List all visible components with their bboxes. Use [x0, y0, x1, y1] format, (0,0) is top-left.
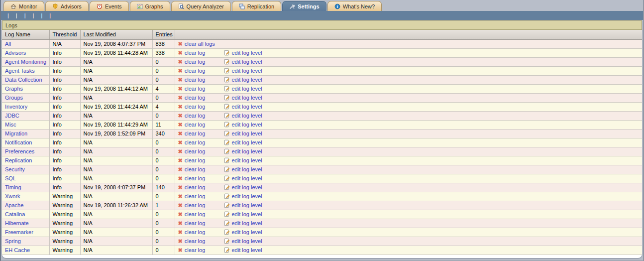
entries-count: 140 — [152, 183, 175, 192]
edit-page-icon — [224, 77, 230, 83]
edit-log-level-link[interactable]: edit log level — [224, 157, 262, 163]
magnifier-icon — [178, 3, 184, 9]
edit-log-level-link[interactable]: edit log level — [224, 86, 262, 92]
edit-log-level-link[interactable]: edit log level — [224, 113, 262, 119]
edit-log-level-link[interactable]: edit log level — [224, 175, 262, 181]
edit-log-level-link[interactable]: edit log level — [224, 166, 262, 172]
threshold-value: Info — [49, 174, 80, 183]
tab[interactable]: Monitor — [3, 1, 44, 11]
clear-log-link[interactable]: ✖ clear log — [178, 166, 216, 172]
threshold-value: Info — [49, 57, 80, 66]
tab[interactable]: Graphs — [130, 1, 170, 11]
log-name-link[interactable]: Security — [5, 166, 25, 172]
edit-log-level-link[interactable]: edit log level — [224, 95, 262, 101]
clear-log-link[interactable]: ✖ clear log — [178, 238, 216, 244]
log-name-link[interactable]: Agent Monitoring — [5, 59, 46, 65]
log-name-link[interactable]: Preferences — [5, 148, 34, 154]
log-name-link[interactable]: Apache — [5, 202, 23, 208]
clear-log-link[interactable]: ✖ clear log — [178, 229, 216, 235]
edit-log-level-link[interactable]: edit log level — [224, 104, 262, 110]
log-name-link[interactable]: Spring — [5, 238, 21, 244]
edit-log-level-link[interactable]: edit log level — [224, 50, 262, 56]
clear-log-link[interactable]: ✖ clear all logs — [178, 41, 216, 47]
clear-log-link[interactable]: ✖ clear log — [178, 77, 216, 83]
table-row: Freemarker Warning N/A 0 ✖ clear log — [2, 228, 642, 237]
clear-log-link[interactable]: ✖ clear log — [178, 104, 216, 110]
log-name-link[interactable]: Migration — [5, 130, 27, 136]
log-name-link[interactable]: EH Cache — [5, 247, 30, 253]
clear-log-link[interactable]: ✖ clear log — [178, 50, 216, 56]
threshold-value: Info — [49, 84, 80, 93]
last-modified-value: N/A — [80, 210, 152, 219]
log-name-link[interactable]: JDBC — [5, 113, 19, 119]
log-name-link[interactable]: Inventory — [5, 104, 27, 110]
edit-log-level-link[interactable]: edit log level — [224, 148, 262, 154]
edit-log-level-link[interactable]: edit log level — [224, 202, 262, 208]
edit-log-level-label: edit log level — [232, 193, 262, 199]
edit-log-level-link[interactable]: edit log level — [224, 247, 262, 253]
log-name-link[interactable]: Xwork — [5, 193, 20, 199]
clear-log-link[interactable]: ✖ clear log — [178, 247, 216, 253]
edit-page-icon — [224, 175, 230, 181]
clear-log-link[interactable]: ✖ clear log — [178, 113, 216, 119]
clear-log-link[interactable]: ✖ clear log — [178, 211, 216, 217]
edit-log-level-link[interactable]: edit log level — [224, 229, 262, 235]
panel-title: Logs — [2, 20, 642, 30]
edit-log-level-link[interactable]: edit log level — [224, 59, 262, 65]
log-name-link[interactable]: All — [5, 41, 11, 47]
edit-log-level-link[interactable]: edit log level — [224, 211, 262, 217]
clear-log-link[interactable]: ✖ clear log — [178, 86, 216, 92]
log-name-link[interactable]: Advisors — [5, 50, 26, 56]
edit-log-level-link[interactable]: edit log level — [224, 139, 262, 145]
log-name-link[interactable]: Groups — [5, 95, 23, 101]
tab[interactable]: Replication — [232, 1, 281, 11]
clear-log-link[interactable]: ✖ clear log — [178, 59, 216, 65]
clear-log-link[interactable]: ✖ clear log — [178, 157, 216, 163]
last-modified-value: N/A — [80, 219, 152, 228]
clear-log-link[interactable]: ✖ clear log — [178, 95, 216, 101]
edit-log-level-link[interactable]: edit log level — [224, 238, 262, 244]
clear-log-link[interactable]: ✖ clear log — [178, 130, 216, 136]
edit-log-level-link[interactable]: edit log level — [224, 77, 262, 83]
log-name-link[interactable]: Misc — [5, 122, 16, 128]
clear-log-link[interactable]: ✖ clear log — [178, 68, 216, 74]
log-name-link[interactable]: Notification — [5, 139, 32, 145]
entries-count: 11 — [152, 120, 175, 129]
tab[interactable]: Settings — [282, 1, 326, 11]
log-name-link[interactable]: Hibernate — [5, 220, 29, 226]
clear-log-link[interactable]: ✖ clear log — [178, 184, 216, 190]
log-name-link[interactable]: Replication — [5, 157, 32, 163]
clear-log-link[interactable]: ✖ clear log — [178, 175, 216, 181]
edit-log-level-link[interactable]: edit log level — [224, 130, 262, 136]
tab[interactable]: Query Analyzer — [171, 1, 231, 11]
edit-log-level-label: edit log level — [232, 238, 262, 244]
row-actions: ✖ clear log edit log level — [178, 139, 640, 145]
clear-log-link[interactable]: ✖ clear log — [178, 122, 216, 128]
edit-log-level-link[interactable]: edit log level — [224, 220, 262, 226]
log-name-link[interactable]: Timing — [5, 184, 21, 190]
edit-log-level-link[interactable]: edit log level — [224, 68, 262, 74]
row-actions: ✖ clear log edit log level — [178, 193, 640, 199]
edit-log-level-link[interactable]: edit log level — [224, 122, 262, 128]
log-name-link[interactable]: SQL — [5, 175, 16, 181]
tab[interactable]: Events — [90, 1, 129, 11]
log-name-link[interactable]: Freemarker — [5, 229, 33, 235]
clear-log-link[interactable]: ✖ clear log — [178, 193, 216, 199]
edit-log-level-link[interactable]: edit log level — [224, 193, 262, 199]
log-name-link[interactable]: Data Collection — [5, 77, 42, 83]
edit-log-level-label: edit log level — [232, 95, 262, 101]
clear-log-link[interactable]: ✖ clear log — [178, 220, 216, 226]
clear-log-link[interactable]: ✖ clear log — [178, 139, 216, 145]
threshold-value: Info — [49, 75, 80, 84]
log-name-link[interactable]: Graphs — [5, 86, 23, 92]
edit-log-level-link[interactable]: edit log level — [224, 184, 262, 190]
log-name-link[interactable]: Agent Tasks — [5, 68, 35, 74]
clear-log-label: clear log — [185, 86, 206, 92]
tab[interactable]: What's New? — [327, 1, 382, 11]
table-row: Apache Warning Nov 19, 2008 11:26:32 AM … — [2, 201, 642, 210]
log-name-link[interactable]: Catalina — [5, 211, 25, 217]
clear-log-link[interactable]: ✖ clear log — [178, 148, 216, 154]
clear-log-link[interactable]: ✖ clear log — [178, 202, 216, 208]
tab[interactable]: Advisors — [45, 1, 89, 11]
row-actions: ✖ clear log edit log level — [178, 95, 640, 101]
